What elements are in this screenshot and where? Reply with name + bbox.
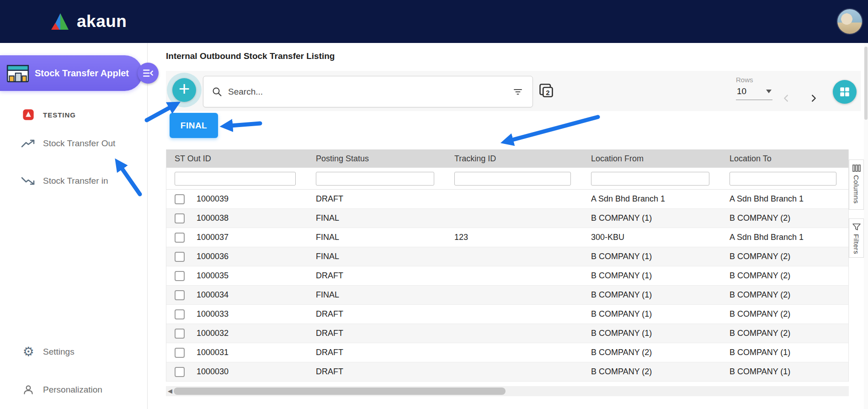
sidebar: Stock Transfer Applet TESTING Stock Tran… xyxy=(0,43,148,409)
location-to-cell: B COMPANY (1) xyxy=(721,367,848,377)
row-checkbox[interactable] xyxy=(175,348,185,358)
table-row[interactable]: 1000038FINALB COMPANY (1)B COMPANY (2) xyxy=(166,209,848,228)
table-row[interactable]: 1000034FINALB COMPANY (1)B COMPANY (2) xyxy=(166,286,848,305)
st-out-id-cell: 1000030 xyxy=(166,367,308,377)
scroll-left-arrow[interactable]: ◀ xyxy=(168,388,172,394)
sidebar-collapse-button[interactable] xyxy=(138,63,159,84)
brand-name: akaun xyxy=(77,11,127,32)
row-checkbox[interactable] xyxy=(175,367,185,377)
column-header[interactable]: Posting Status xyxy=(308,154,446,164)
columns-tab[interactable]: Columns xyxy=(849,159,864,210)
sidebar-item-stock-transfer-applet[interactable]: Stock Transfer Applet xyxy=(0,55,143,91)
st-out-id-value: 1000037 xyxy=(197,233,229,242)
location-to-cell: B COMPANY (2) xyxy=(721,213,848,223)
row-checkbox[interactable] xyxy=(175,233,185,243)
filter-cell xyxy=(166,172,308,186)
table-row[interactable]: 1000039DRAFTA Sdn Bhd Branch 1A Sdn Bhd … xyxy=(166,190,848,209)
svg-text:2: 2 xyxy=(546,89,549,96)
filter-cell xyxy=(721,172,848,186)
vertical-scrollbar[interactable] xyxy=(864,43,868,409)
row-checkbox[interactable] xyxy=(175,194,185,204)
search-input[interactable] xyxy=(227,86,511,97)
search-box[interactable] xyxy=(203,76,533,107)
table-row[interactable]: 1000036FINALB COMPANY (1)B COMPANY (2) xyxy=(166,247,848,266)
table-header-row: ST Out IDPosting StatusTracking IDLocati… xyxy=(166,149,848,168)
row-checkbox[interactable] xyxy=(175,213,185,223)
table-row[interactable]: 1000037FINAL123300-KBUA Sdn Bhd Branch 1 xyxy=(166,228,848,247)
location-to-cell: A Sdn Bhd Branch 1 xyxy=(721,194,848,204)
horizontal-scrollbar[interactable]: ◀ xyxy=(166,386,849,396)
filter-icon[interactable] xyxy=(511,85,525,99)
vertical-scrollbar-thumb[interactable] xyxy=(864,47,868,120)
location-to-cell: B COMPANY (2) xyxy=(721,271,848,281)
apps-grid-button[interactable] xyxy=(833,80,857,104)
filters-tab-label: Filters xyxy=(852,234,860,254)
search-icon xyxy=(212,86,223,97)
duplicate-pages-button[interactable]: 2 xyxy=(537,81,555,100)
avatar[interactable] xyxy=(837,9,862,34)
row-checkbox[interactable] xyxy=(175,252,185,262)
rows-value: 10 xyxy=(737,86,746,96)
location-from-cell: B COMPANY (1) xyxy=(583,213,721,223)
posting-status-cell: DRAFT xyxy=(308,329,446,338)
st-out-id-cell: 1000031 xyxy=(166,348,308,358)
table-row[interactable]: 1000030DRAFTB COMPANY (2)B COMPANY (1) xyxy=(166,362,848,382)
column-filter-input[interactable] xyxy=(175,172,296,186)
column-header[interactable]: Location From xyxy=(583,154,721,164)
filter-cell xyxy=(308,172,446,186)
column-filter-input[interactable] xyxy=(316,172,434,186)
table-row[interactable]: 1000031DRAFTB COMPANY (2)B COMPANY (1) xyxy=(166,343,848,362)
sidebar-item-personalization[interactable]: Personalization xyxy=(0,380,147,400)
next-page-button[interactable] xyxy=(806,90,821,106)
sidebar-item-label: Stock Transfer Out xyxy=(43,138,115,149)
column-header[interactable]: ST Out ID xyxy=(166,154,308,164)
posting-status-cell: FINAL xyxy=(308,233,446,242)
st-out-id-value: 1000035 xyxy=(197,271,229,281)
final-button[interactable]: FINAL xyxy=(170,113,218,138)
sidebar-item-settings[interactable]: ⚙ Settings xyxy=(0,342,147,362)
filters-tab[interactable]: Filters xyxy=(849,218,864,258)
row-checkbox[interactable] xyxy=(175,309,185,319)
column-filter-input[interactable] xyxy=(730,172,836,186)
row-checkbox[interactable] xyxy=(175,271,185,281)
posting-status-cell: DRAFT xyxy=(308,271,446,281)
akaun-logo-icon xyxy=(49,12,71,31)
person-icon xyxy=(21,384,36,396)
st-out-id-cell: 1000035 xyxy=(166,271,308,281)
column-filter-input[interactable] xyxy=(454,172,571,186)
rows-label: Rows xyxy=(736,76,775,84)
sidebar-item-stock-transfer-in[interactable]: Stock Transfer in xyxy=(0,171,147,191)
st-out-id-value: 1000036 xyxy=(197,252,229,261)
st-out-id-value: 1000033 xyxy=(197,309,229,319)
table-row[interactable]: 1000033DRAFTB COMPANY (1)B COMPANY (2) xyxy=(166,305,848,324)
st-out-id-value: 1000030 xyxy=(197,367,229,377)
testing-applet-icon xyxy=(21,108,36,121)
add-button[interactable]: + xyxy=(172,78,196,102)
brand-logo[interactable]: akaun xyxy=(49,11,127,32)
column-filter-input[interactable] xyxy=(591,172,709,186)
st-out-id-value: 1000031 xyxy=(197,348,229,357)
sidebar-item-stock-transfer-out[interactable]: Stock Transfer Out xyxy=(0,133,147,154)
posting-status-cell: DRAFT xyxy=(308,348,446,357)
menu-collapse-icon xyxy=(142,67,154,79)
posting-status-cell: DRAFT xyxy=(308,367,446,377)
st-out-id-cell: 1000037 xyxy=(166,233,308,243)
posting-status-cell: FINAL xyxy=(308,213,446,223)
location-from-cell: B COMPANY (2) xyxy=(583,348,721,357)
rows-per-page-select[interactable]: Rows 10 xyxy=(736,76,775,100)
table-row[interactable]: 1000035DRAFTB COMPANY (1)B COMPANY (2) xyxy=(166,266,848,286)
location-to-cell: B COMPANY (1) xyxy=(721,348,848,357)
prev-page-button[interactable] xyxy=(778,90,794,106)
row-checkbox[interactable] xyxy=(175,290,185,300)
horizontal-scrollbar-thumb[interactable] xyxy=(174,388,506,395)
sidebar-item-testing[interactable]: TESTING xyxy=(0,105,147,125)
column-header[interactable]: Tracking ID xyxy=(446,154,583,164)
st-out-id-cell: 1000034 xyxy=(166,290,308,300)
tracking-id-cell: 123 xyxy=(446,233,583,242)
column-header[interactable]: Location To xyxy=(721,154,848,164)
posting-status-cell: DRAFT xyxy=(308,309,446,319)
table-row[interactable]: 1000032DRAFTB COMPANY (1)B COMPANY (2) xyxy=(166,324,848,343)
row-checkbox[interactable] xyxy=(175,329,185,339)
plus-icon: + xyxy=(179,80,190,99)
location-from-cell: B COMPANY (1) xyxy=(583,290,721,300)
